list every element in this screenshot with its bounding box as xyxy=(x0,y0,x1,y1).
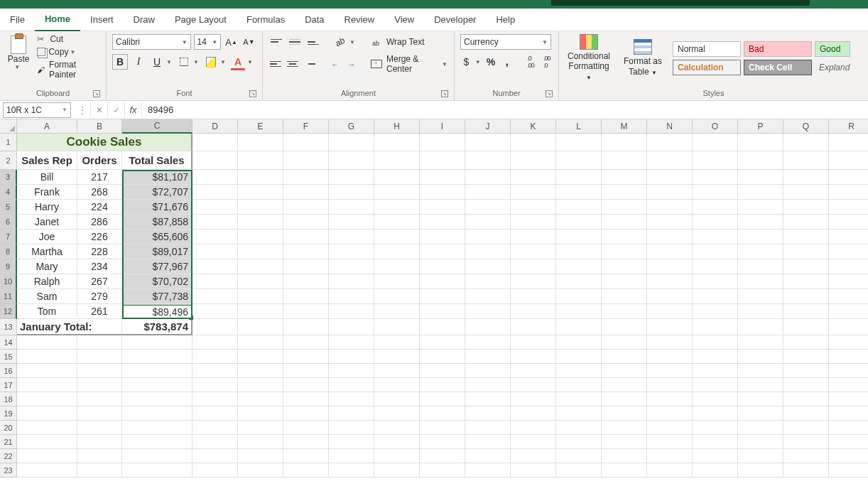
cell-G23[interactable] xyxy=(329,463,374,478)
cell-H3[interactable] xyxy=(374,170,420,185)
orientation-button[interactable]: ab xyxy=(332,34,348,50)
decrease-font-button[interactable]: A▼ xyxy=(242,34,256,50)
cell-C2[interactable]: Total Sales xyxy=(122,151,192,170)
cell-O20[interactable] xyxy=(693,421,738,435)
cell-C5[interactable]: $71,676 xyxy=(122,200,192,215)
cell-J3[interactable] xyxy=(465,170,511,185)
cell-D2[interactable] xyxy=(192,151,238,170)
cell-R15[interactable] xyxy=(829,350,868,364)
cell-M5[interactable] xyxy=(602,200,647,215)
conditional-formatting-button[interactable]: ConditionalFormatting ▼ xyxy=(565,34,613,82)
cell-R11[interactable] xyxy=(829,289,868,304)
cell-O4[interactable] xyxy=(693,185,738,200)
cell-C21[interactable] xyxy=(122,435,192,449)
cell-D1[interactable] xyxy=(192,134,238,151)
cell-L18[interactable] xyxy=(556,392,602,406)
cell-P10[interactable] xyxy=(738,274,783,289)
cell-F23[interactable] xyxy=(283,463,329,478)
column-headers[interactable]: ABCDEFGHIJKLMNOPQR xyxy=(17,119,868,134)
font-size-combo[interactable]: 14▼ xyxy=(194,34,221,50)
cell-M13[interactable] xyxy=(602,319,647,335)
cell-O1[interactable] xyxy=(693,134,738,151)
percent-format-button[interactable]: % xyxy=(485,54,497,70)
font-name-combo[interactable]: Calibri▼ xyxy=(112,34,191,50)
cell-N12[interactable] xyxy=(647,304,693,319)
tab-help[interactable]: Help xyxy=(486,9,525,31)
cell-C22[interactable] xyxy=(122,449,192,463)
align-top-button[interactable] xyxy=(268,34,284,50)
increase-font-button[interactable]: A▲ xyxy=(224,34,239,50)
cell-I11[interactable] xyxy=(420,289,465,304)
cell-C17[interactable] xyxy=(122,378,192,392)
cell-H16[interactable] xyxy=(374,364,420,378)
cell-O10[interactable] xyxy=(693,274,738,289)
cell-A12[interactable]: Tom xyxy=(17,304,77,319)
cell-I13[interactable] xyxy=(420,319,465,335)
cell-P2[interactable] xyxy=(738,151,783,170)
cell-M18[interactable] xyxy=(602,392,647,406)
cell-P19[interactable] xyxy=(738,406,783,421)
cell-I3[interactable] xyxy=(420,170,465,185)
cell-E21[interactable] xyxy=(238,435,283,449)
cell-G2[interactable] xyxy=(329,151,374,170)
cell-J13[interactable] xyxy=(465,319,511,335)
cell-N2[interactable] xyxy=(647,151,693,170)
search-box[interactable] xyxy=(551,0,810,6)
align-middle-button[interactable] xyxy=(287,34,303,50)
cell-L15[interactable] xyxy=(556,350,602,364)
cell-N23[interactable] xyxy=(647,463,693,478)
cell-M22[interactable] xyxy=(602,449,647,463)
cell-R19[interactable] xyxy=(829,406,868,421)
cell-N22[interactable] xyxy=(647,449,693,463)
cell-E10[interactable] xyxy=(238,274,283,289)
cell-B3[interactable]: 217 xyxy=(77,170,122,185)
cell-A9[interactable]: Mary xyxy=(17,259,77,274)
cell-D16[interactable] xyxy=(192,364,238,378)
cell-I22[interactable] xyxy=(420,449,465,463)
cell-B2[interactable]: Orders xyxy=(77,151,122,170)
cell-B5[interactable]: 224 xyxy=(77,200,122,215)
cell-styles-gallery[interactable]: Normal Bad Good Calculation Check Cell E… xyxy=(673,41,850,75)
cell-H5[interactable] xyxy=(374,200,420,215)
cell-J21[interactable] xyxy=(465,435,511,449)
cell-G21[interactable] xyxy=(329,435,374,449)
cell-Q1[interactable] xyxy=(783,134,829,151)
cell-G15[interactable] xyxy=(329,350,374,364)
col-header-N[interactable]: N xyxy=(647,119,693,134)
cell-A10[interactable]: Ralph xyxy=(17,274,77,289)
cells-area[interactable]: Cookie SalesSales RepOrdersTotal SalesBi… xyxy=(17,134,868,478)
cell-Q10[interactable] xyxy=(783,274,829,289)
row-header-21[interactable]: 21 xyxy=(0,435,17,449)
cell-K20[interactable] xyxy=(511,421,556,435)
cell-A6[interactable]: Janet xyxy=(17,215,77,230)
cell-E19[interactable] xyxy=(238,406,283,421)
cell-P20[interactable] xyxy=(738,421,783,435)
cell-J11[interactable] xyxy=(465,289,511,304)
cell-Q22[interactable] xyxy=(783,449,829,463)
cell-O14[interactable] xyxy=(693,335,738,350)
cell-N15[interactable] xyxy=(647,350,693,364)
cell-M21[interactable] xyxy=(602,435,647,449)
cell-R7[interactable] xyxy=(829,230,868,244)
cell-A15[interactable] xyxy=(17,350,77,364)
cell-D4[interactable] xyxy=(192,185,238,200)
cell-L7[interactable] xyxy=(556,230,602,244)
cell-D12[interactable] xyxy=(192,304,238,319)
cell-H20[interactable] xyxy=(374,421,420,435)
cell-D15[interactable] xyxy=(192,350,238,364)
cell-G10[interactable] xyxy=(329,274,374,289)
cell-B18[interactable] xyxy=(77,392,122,406)
cell-P4[interactable] xyxy=(738,185,783,200)
cell-G14[interactable] xyxy=(329,335,374,350)
cell-K14[interactable] xyxy=(511,335,556,350)
cell-N5[interactable] xyxy=(647,200,693,215)
cell-J7[interactable] xyxy=(465,230,511,244)
cell-R8[interactable] xyxy=(829,244,868,259)
col-header-G[interactable]: G xyxy=(329,119,374,134)
merge-button[interactable] xyxy=(369,56,384,72)
cell-Q23[interactable] xyxy=(783,463,829,478)
wrap-text-button[interactable] xyxy=(368,34,384,50)
cell-A18[interactable] xyxy=(17,392,77,406)
cell-H11[interactable] xyxy=(374,289,420,304)
cell-G19[interactable] xyxy=(329,406,374,421)
